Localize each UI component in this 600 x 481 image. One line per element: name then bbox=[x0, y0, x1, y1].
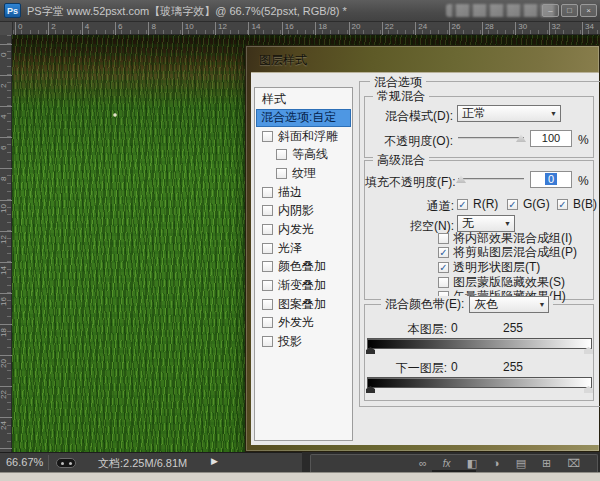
opacity-input[interactable]: 100 bbox=[530, 130, 572, 147]
style-item[interactable]: 内阴影 bbox=[255, 201, 352, 220]
checkbox-unchecked[interactable] bbox=[438, 233, 449, 244]
this-layer-min: 0 bbox=[451, 321, 458, 335]
ruler-horizontal: 0246810121416182022242628303234 bbox=[0, 22, 600, 35]
checkbox-unchecked[interactable] bbox=[262, 280, 273, 291]
advanced-option[interactable]: ✓透明形状图层(T) bbox=[438, 260, 577, 275]
ruler-top-label: 34 bbox=[582, 22, 594, 35]
ruler-ticks bbox=[13, 30, 600, 34]
ruler-left-label: 6 bbox=[0, 137, 12, 148]
style-item[interactable]: 斜面和浮雕 bbox=[255, 127, 352, 146]
style-item[interactable]: 图案叠加 bbox=[255, 295, 352, 314]
style-item-label: 等高线 bbox=[292, 146, 328, 163]
adjustment-icon[interactable]: ◑ bbox=[493, 458, 500, 469]
delete-icon[interactable]: ⌧ bbox=[567, 458, 580, 469]
style-item[interactable]: 投影 bbox=[255, 332, 352, 351]
advanced-option[interactable]: ✓将剪贴图层混合成组(P) bbox=[438, 246, 577, 261]
style-item[interactable]: 描边 bbox=[255, 183, 352, 202]
zoom-level-field[interactable]: 66.67% bbox=[6, 456, 43, 468]
window-controls: –□× bbox=[542, 4, 597, 17]
checkbox-checked[interactable]: ✓ bbox=[557, 199, 568, 210]
status-expand-arrow-icon[interactable]: ▶ bbox=[211, 456, 218, 466]
watermark-overlay bbox=[446, 4, 556, 17]
style-item[interactable]: 等高线 bbox=[255, 145, 352, 164]
checkbox-unchecked[interactable] bbox=[276, 168, 287, 179]
channel-checkbox[interactable]: ✓R(R) bbox=[457, 197, 507, 211]
underlying-layer-gradient-bar[interactable] bbox=[367, 377, 592, 388]
style-item[interactable]: 外发光 bbox=[255, 314, 352, 333]
checkbox-unchecked[interactable] bbox=[262, 336, 273, 347]
advanced-option[interactable]: 将内部效果混合成组(I) bbox=[438, 231, 577, 246]
maximize-button[interactable]: □ bbox=[561, 4, 578, 17]
style-item[interactable]: 光泽 bbox=[255, 239, 352, 258]
styles-list: 样式混合选项:自定斜面和浮雕等高线纹理描边内阴影内发光光泽颜色叠加渐变叠加图案叠… bbox=[255, 88, 352, 351]
layer-mask-icon[interactable]: ◧ bbox=[467, 458, 477, 469]
blend-if-channel-dropdown[interactable]: 灰色 ▼ bbox=[469, 296, 549, 313]
style-item[interactable]: 样式 bbox=[255, 90, 352, 109]
group-icon[interactable]: ▤ bbox=[516, 458, 526, 469]
style-item-label: 纹理 bbox=[292, 165, 316, 182]
style-item-label: 描边 bbox=[278, 184, 302, 201]
advanced-option[interactable]: 图层蒙版隐藏效果(S) bbox=[438, 275, 577, 290]
this-layer-gradient-bar[interactable] bbox=[367, 338, 592, 349]
minimize-button[interactable]: – bbox=[542, 4, 559, 17]
channel-checkbox[interactable]: ✓G(G) bbox=[507, 197, 557, 211]
link-icon[interactable]: ∞ bbox=[419, 458, 427, 469]
fill-opacity-slider[interactable] bbox=[458, 174, 524, 184]
checkbox-checked[interactable]: ✓ bbox=[507, 199, 518, 210]
close-button[interactable]: × bbox=[580, 4, 597, 17]
style-item[interactable]: 渐变叠加 bbox=[255, 276, 352, 295]
underlying-layer-label: 下一图层: bbox=[373, 360, 447, 377]
checkbox-unchecked[interactable] bbox=[262, 243, 273, 254]
opacity-label: 不透明度(O): bbox=[365, 133, 453, 150]
slider-track bbox=[458, 137, 524, 139]
style-item[interactable]: 纹理 bbox=[255, 164, 352, 183]
ruler-left-label: 18 bbox=[0, 324, 12, 335]
channel-checkbox[interactable]: ✓B(B) bbox=[557, 197, 600, 211]
style-item-label: 外发光 bbox=[278, 314, 314, 331]
general-blending-group: 常规混合 混合模式(D): 正常 ▼ 不透明度(O): 100 % bbox=[364, 96, 594, 158]
checkbox-unchecked[interactable] bbox=[262, 317, 273, 328]
ruler-top-label: 18 bbox=[315, 22, 327, 35]
checkbox-checked[interactable]: ✓ bbox=[438, 247, 449, 258]
layers-panel-toolbar: ∞fx◧◑▤⊞⌧ bbox=[310, 454, 598, 472]
blend-if-label: 混合颜色带(E): bbox=[385, 296, 464, 313]
checkbox-unchecked[interactable] bbox=[262, 131, 273, 142]
new-layer-icon[interactable]: ⊞ bbox=[542, 458, 551, 469]
ruler-top-label: 4 bbox=[82, 22, 89, 35]
style-item[interactable]: 混合选项:自定 bbox=[256, 109, 351, 127]
blending-options-section: 混合选项 常规混合 混合模式(D): 正常 ▼ 不透明度(O): 1 bbox=[359, 81, 600, 407]
blend-if-header: 混合颜色带(E): 灰色 ▼ bbox=[381, 296, 553, 313]
style-item-label: 样式 bbox=[262, 91, 286, 108]
dialog-title[interactable]: 图层样式 bbox=[259, 52, 307, 69]
checkbox-unchecked[interactable] bbox=[262, 261, 273, 272]
ruler-top-label: 10 bbox=[182, 22, 194, 35]
checkbox-unchecked[interactable] bbox=[276, 149, 287, 160]
ruler-left-label: 14 bbox=[0, 262, 12, 273]
checkbox-unchecked[interactable] bbox=[262, 205, 273, 216]
blend-mode-dropdown[interactable]: 正常 ▼ bbox=[457, 105, 561, 122]
chevron-down-icon: ▼ bbox=[501, 220, 514, 227]
checkbox-unchecked[interactable] bbox=[262, 224, 273, 235]
opacity-slider[interactable] bbox=[458, 133, 524, 143]
blend-if-group: 混合颜色带(E): 灰色 ▼ 本图层: 0 255 下一图层: 0 255 bbox=[364, 304, 594, 401]
style-item-label: 混合选项:自定 bbox=[261, 109, 336, 126]
checkbox-unchecked[interactable] bbox=[438, 277, 449, 288]
checkbox-unchecked[interactable] bbox=[262, 299, 273, 310]
window-titlebar[interactable]: Ps PS字堂 www.52psxt.com【玻璃字效】@ 66.7%(52ps… bbox=[0, 0, 600, 22]
ruler-left-label: 22 bbox=[0, 386, 12, 397]
style-item-label: 内阴影 bbox=[278, 202, 314, 219]
advanced-options-list: 将内部效果混合成组(I)✓将剪贴图层混合成组(P)✓透明形状图层(T)图层蒙版隐… bbox=[438, 231, 577, 304]
ruler-top-label: 14 bbox=[248, 22, 260, 35]
checkbox-checked[interactable]: ✓ bbox=[457, 199, 468, 210]
fill-opacity-label: 填充不透明度(F): bbox=[365, 174, 454, 191]
fill-opacity-input[interactable]: 0 bbox=[530, 171, 572, 188]
ruler-top-label: 32 bbox=[549, 22, 561, 35]
blend-if-channel-value: 灰色 bbox=[470, 296, 535, 313]
checkbox-checked[interactable]: ✓ bbox=[438, 262, 449, 273]
chevron-down-icon: ▼ bbox=[547, 110, 560, 117]
checkbox-unchecked[interactable] bbox=[262, 187, 273, 198]
blend-mode-label: 混合模式(D): bbox=[365, 108, 453, 125]
fx-icon[interactable]: fx bbox=[443, 458, 451, 469]
style-item[interactable]: 内发光 bbox=[255, 220, 352, 239]
style-item[interactable]: 颜色叠加 bbox=[255, 258, 352, 277]
